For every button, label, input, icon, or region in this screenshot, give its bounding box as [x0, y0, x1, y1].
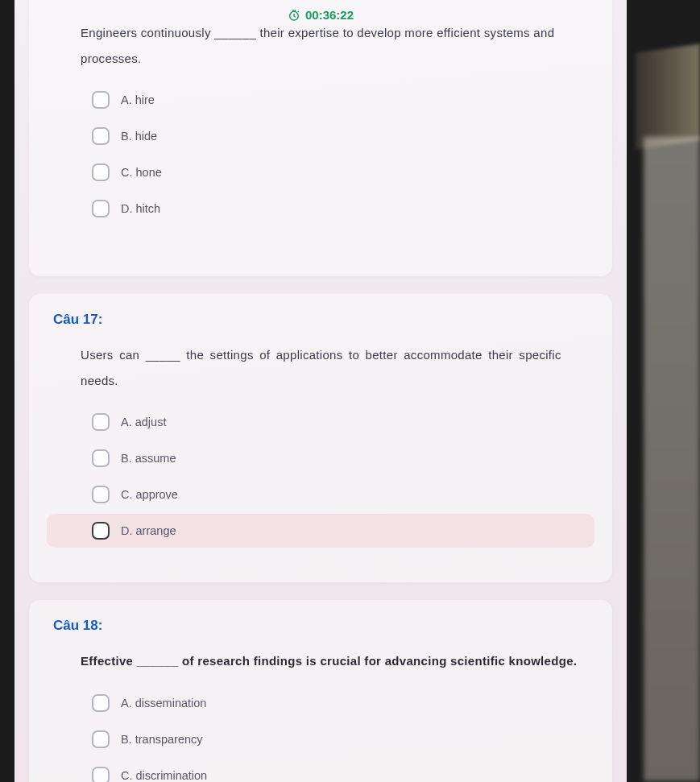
question-prompt: Engineers continuously ______ their expe…	[47, 20, 594, 81]
option-a[interactable]: A. hire	[47, 83, 594, 117]
radio-icon	[92, 767, 110, 783]
background-object	[636, 43, 700, 149]
radio-icon	[92, 522, 110, 540]
option-label: C. discrimination	[121, 769, 207, 782]
radio-icon	[92, 730, 110, 748]
radio-icon	[92, 91, 110, 109]
option-c[interactable]: C. hone	[47, 155, 594, 189]
radio-icon	[92, 200, 110, 217]
radio-icon	[92, 127, 110, 145]
option-b[interactable]: B. assume	[47, 441, 594, 475]
option-label: B. transparency	[121, 733, 203, 746]
timer-bar: 00:36:22	[47, 0, 594, 22]
option-label: A. dissemination	[121, 697, 206, 710]
option-c[interactable]: C. discrimination	[47, 759, 594, 783]
option-d[interactable]: D. arrange	[47, 514, 594, 548]
option-a[interactable]: A. adjust	[47, 405, 594, 439]
radio-icon	[92, 694, 110, 712]
question-card-17: Câu 17: Users can _____ the settings of …	[29, 294, 612, 582]
option-label: D. hitch	[121, 202, 160, 215]
question-title: Câu 17:	[47, 294, 594, 342]
option-b[interactable]: B. transparency	[47, 722, 594, 756]
option-b[interactable]: B. hide	[47, 119, 594, 153]
background-object	[644, 137, 700, 781]
option-label: C. approve	[121, 488, 178, 501]
option-label: C. hone	[121, 166, 162, 179]
question-prompt: Users can _____ the settings of applicat…	[47, 342, 594, 403]
option-c[interactable]: C. approve	[47, 478, 594, 511]
radio-icon	[92, 163, 110, 181]
radio-icon	[92, 413, 110, 431]
option-label: D. arrange	[121, 524, 176, 537]
option-label: A. hire	[121, 93, 155, 106]
radio-icon	[92, 486, 110, 503]
question-card-18: Câu 18: Effective ______ of research fin…	[29, 600, 612, 782]
option-label: A. adjust	[121, 416, 166, 428]
question-title: Câu 18:	[47, 600, 594, 648]
option-label: B. hide	[121, 130, 157, 143]
question-prompt: Effective ______ of research findings is…	[47, 648, 594, 684]
quiz-screen: 00:36:22 Engineers continuously ______ t…	[14, 0, 627, 782]
option-label: B. assume	[121, 452, 176, 465]
option-a[interactable]: A. dissemination	[47, 686, 594, 720]
question-card-16: 00:36:22 Engineers continuously ______ t…	[29, 0, 612, 276]
option-d[interactable]: D. hitch	[47, 192, 594, 225]
radio-icon	[92, 449, 110, 467]
